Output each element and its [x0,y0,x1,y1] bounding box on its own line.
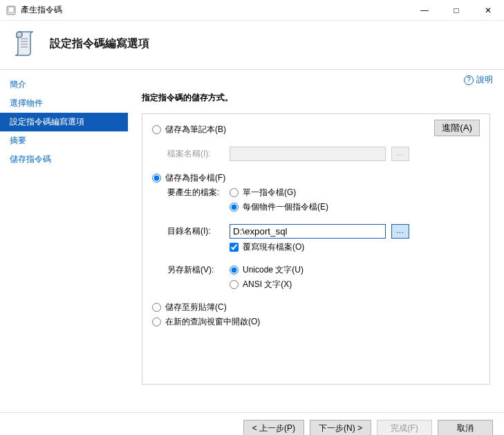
save-as-label: 另存新檔(V): [167,264,230,276]
page-heading: 設定指令碼編寫選項 [50,37,149,51]
window-title: 產生指令碼 [21,4,409,16]
radio-save-notebook[interactable] [152,125,161,134]
option-new-query[interactable]: 在新的查詢視窗中開啟(O) [152,316,480,328]
radio-single-file[interactable] [230,188,239,197]
sidebar-item-save-scripts[interactable]: 儲存指令碼 [0,150,128,169]
maximize-button[interactable]: □ [440,0,472,21]
filename-label: 檔案名稱(I): [167,148,230,160]
radio-unicode[interactable] [230,266,239,275]
wizard-body: 簡介 選擇物件 設定指令碼編寫選項 摘要 儲存指令碼 ? 說明 指定指令碼的儲存… [0,70,504,412]
directory-label: 目錄名稱(I): [167,225,230,237]
files-to-generate-row: 要產生的檔案: 單一指令檔(G) [167,187,480,198]
ansi-row[interactable]: ANSI 文字(X) [230,279,480,290]
wizard-footer: < 上一步(P) 下一步(N) > 完成(F) 取消 [0,412,504,435]
radio-ansi[interactable] [230,280,239,289]
app-icon [6,5,17,16]
help-icon: ? [464,75,474,85]
directory-row: 目錄名稱(I): ... [167,224,480,239]
previous-button[interactable]: < 上一步(P) [243,420,304,435]
advanced-button[interactable]: 進階(A) [434,120,480,136]
finish-button: 完成(F) [377,420,432,435]
next-button[interactable]: 下一步(N) > [310,420,371,435]
options-panel: 進階(A) 儲存為筆記本(B) 檔案名稱(I): ... 儲存為指令檔(F) 要… [142,113,490,385]
directory-input[interactable] [230,224,386,239]
radio-clipboard[interactable] [152,303,161,312]
sidebar-item-choose-objects[interactable]: 選擇物件 [0,94,128,113]
option-save-script-file[interactable]: 儲存為指令檔(F) [152,172,480,184]
help-link[interactable]: ? 說明 [464,74,493,86]
content-area: ? 說明 指定指令碼的儲存方式。 進階(A) 儲存為筆記本(B) 檔案名稱(I)… [128,70,504,412]
sidebar-item-intro[interactable]: 簡介 [0,75,128,94]
sidebar-item-summary[interactable]: 摘要 [0,131,128,150]
option-clipboard[interactable]: 儲存至剪貼簿(C) [152,302,480,313]
per-object-row[interactable]: 每個物件一個指令檔(E) [230,201,480,213]
minimize-button[interactable]: — [409,0,440,21]
script-scroll-icon [11,29,40,58]
wizard-header: 設定指令碼編寫選項 [0,21,504,70]
cancel-button[interactable]: 取消 [438,420,493,435]
radio-per-object[interactable] [230,203,239,212]
window-controls: — □ ✕ [409,0,504,21]
save-as-row: 另存新檔(V): Unicode 文字(U) [167,264,480,276]
radio-new-query[interactable] [152,317,161,326]
section-title: 指定指令碼的儲存方式。 [142,92,493,104]
overwrite-row[interactable]: 覆寫現有檔案(O) [230,241,480,253]
sidebar: 簡介 選擇物件 設定指令碼編寫選項 摘要 儲存指令碼 [0,70,128,412]
filename-input [230,147,386,161]
radio-save-script-file[interactable] [152,174,161,183]
option-save-notebook[interactable]: 儲存為筆記本(B) [152,124,480,136]
files-to-generate-label: 要產生的檔案: [167,187,230,198]
filename-browse-button: ... [391,147,409,161]
overwrite-checkbox[interactable] [230,243,239,252]
sidebar-item-scripting-options[interactable]: 設定指令碼編寫選項 [0,113,128,131]
filename-row: 檔案名稱(I): ... [167,147,480,161]
help-label: 說明 [476,74,493,86]
directory-browse-button[interactable]: ... [391,224,409,239]
titlebar: 產生指令碼 — □ ✕ [0,0,504,21]
close-button[interactable]: ✕ [472,0,504,21]
